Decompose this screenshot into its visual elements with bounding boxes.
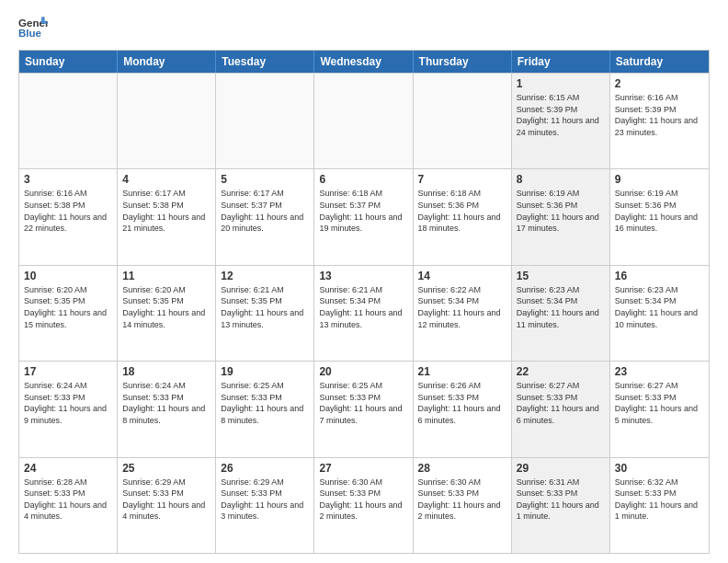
calendar-week: 3Sunrise: 6:16 AM Sunset: 5:38 PM Daylig… bbox=[19, 168, 709, 264]
day-number: 25 bbox=[122, 462, 210, 475]
calendar-cell: 3Sunrise: 6:16 AM Sunset: 5:38 PM Daylig… bbox=[19, 169, 118, 264]
day-number: 23 bbox=[615, 365, 704, 378]
day-info: Sunrise: 6:27 AM Sunset: 5:33 PM Dayligh… bbox=[615, 380, 704, 426]
calendar-cell bbox=[19, 74, 118, 168]
page: General Blue SundayMondayTuesdayWednesda… bbox=[0, 0, 728, 563]
calendar-cell: 10Sunrise: 6:20 AM Sunset: 5:35 PM Dayli… bbox=[19, 266, 118, 361]
calendar-cell: 8Sunrise: 6:19 AM Sunset: 5:36 PM Daylig… bbox=[512, 169, 610, 264]
day-number: 21 bbox=[418, 365, 506, 378]
day-info: Sunrise: 6:32 AM Sunset: 5:33 PM Dayligh… bbox=[615, 477, 704, 523]
day-info: Sunrise: 6:25 AM Sunset: 5:33 PM Dayligh… bbox=[221, 380, 309, 426]
day-info: Sunrise: 6:15 AM Sunset: 5:39 PM Dayligh… bbox=[517, 92, 605, 138]
calendar-header: SundayMondayTuesdayWednesdayThursdayFrid… bbox=[19, 51, 709, 73]
day-info: Sunrise: 6:27 AM Sunset: 5:33 PM Dayligh… bbox=[517, 380, 605, 426]
calendar-cell: 15Sunrise: 6:23 AM Sunset: 5:34 PM Dayli… bbox=[512, 266, 610, 361]
calendar-cell: 20Sunrise: 6:25 AM Sunset: 5:33 PM Dayli… bbox=[314, 362, 413, 456]
calendar-cell bbox=[314, 74, 413, 168]
day-info: Sunrise: 6:29 AM Sunset: 5:33 PM Dayligh… bbox=[221, 477, 309, 523]
day-number: 2 bbox=[615, 77, 704, 90]
day-number: 5 bbox=[221, 173, 309, 186]
day-number: 1 bbox=[517, 77, 605, 90]
day-number: 27 bbox=[319, 462, 407, 475]
day-number: 11 bbox=[122, 270, 210, 282]
calendar-cell: 12Sunrise: 6:21 AM Sunset: 5:35 PM Dayli… bbox=[216, 266, 314, 361]
day-number: 15 bbox=[517, 270, 605, 282]
day-number: 9 bbox=[615, 173, 704, 186]
day-info: Sunrise: 6:21 AM Sunset: 5:35 PM Dayligh… bbox=[221, 284, 309, 330]
day-number: 14 bbox=[418, 270, 506, 282]
day-number: 6 bbox=[319, 173, 407, 186]
weekday-header: Monday bbox=[118, 51, 216, 73]
calendar-cell: 1Sunrise: 6:15 AM Sunset: 5:39 PM Daylig… bbox=[512, 74, 610, 168]
calendar-cell: 29Sunrise: 6:31 AM Sunset: 5:33 PM Dayli… bbox=[512, 458, 610, 553]
day-info: Sunrise: 6:26 AM Sunset: 5:33 PM Dayligh… bbox=[418, 380, 506, 426]
day-number: 18 bbox=[122, 365, 210, 378]
calendar: SundayMondayTuesdayWednesdayThursdayFrid… bbox=[18, 50, 710, 554]
day-info: Sunrise: 6:17 AM Sunset: 5:37 PM Dayligh… bbox=[221, 188, 309, 234]
day-number: 17 bbox=[24, 365, 112, 378]
day-info: Sunrise: 6:18 AM Sunset: 5:37 PM Dayligh… bbox=[319, 188, 407, 234]
calendar-week: 24Sunrise: 6:28 AM Sunset: 5:33 PM Dayli… bbox=[19, 457, 709, 553]
day-number: 26 bbox=[221, 462, 309, 475]
calendar-cell: 13Sunrise: 6:21 AM Sunset: 5:34 PM Dayli… bbox=[314, 266, 413, 361]
calendar-cell: 4Sunrise: 6:17 AM Sunset: 5:38 PM Daylig… bbox=[118, 169, 216, 264]
day-info: Sunrise: 6:24 AM Sunset: 5:33 PM Dayligh… bbox=[122, 380, 210, 426]
day-number: 22 bbox=[517, 365, 605, 378]
day-info: Sunrise: 6:24 AM Sunset: 5:33 PM Dayligh… bbox=[24, 380, 112, 426]
calendar-cell: 21Sunrise: 6:26 AM Sunset: 5:33 PM Dayli… bbox=[414, 362, 512, 456]
weekday-header: Saturday bbox=[610, 51, 709, 73]
day-number: 29 bbox=[517, 462, 605, 475]
calendar-cell bbox=[216, 74, 314, 168]
day-info: Sunrise: 6:18 AM Sunset: 5:36 PM Dayligh… bbox=[418, 188, 506, 234]
calendar-cell: 14Sunrise: 6:22 AM Sunset: 5:34 PM Dayli… bbox=[414, 266, 512, 361]
calendar-cell: 5Sunrise: 6:17 AM Sunset: 5:37 PM Daylig… bbox=[216, 169, 314, 264]
svg-text:Blue: Blue bbox=[18, 28, 42, 39]
day-number: 8 bbox=[517, 173, 605, 186]
day-info: Sunrise: 6:30 AM Sunset: 5:33 PM Dayligh… bbox=[418, 477, 506, 523]
day-info: Sunrise: 6:23 AM Sunset: 5:34 PM Dayligh… bbox=[517, 284, 605, 330]
day-info: Sunrise: 6:19 AM Sunset: 5:36 PM Dayligh… bbox=[517, 188, 605, 234]
weekday-header: Friday bbox=[512, 51, 610, 73]
day-number: 4 bbox=[122, 173, 210, 186]
day-number: 30 bbox=[615, 462, 704, 475]
day-info: Sunrise: 6:17 AM Sunset: 5:38 PM Dayligh… bbox=[122, 188, 210, 234]
day-number: 20 bbox=[319, 365, 407, 378]
calendar-cell: 27Sunrise: 6:30 AM Sunset: 5:33 PM Dayli… bbox=[314, 458, 413, 553]
calendar-cell: 7Sunrise: 6:18 AM Sunset: 5:36 PM Daylig… bbox=[414, 169, 512, 264]
calendar-cell: 19Sunrise: 6:25 AM Sunset: 5:33 PM Dayli… bbox=[216, 362, 314, 456]
day-info: Sunrise: 6:16 AM Sunset: 5:38 PM Dayligh… bbox=[24, 188, 112, 234]
calendar-body: 1Sunrise: 6:15 AM Sunset: 5:39 PM Daylig… bbox=[19, 73, 709, 553]
weekday-header: Tuesday bbox=[216, 51, 314, 73]
day-info: Sunrise: 6:16 AM Sunset: 5:39 PM Dayligh… bbox=[615, 92, 704, 138]
calendar-cell bbox=[414, 74, 512, 168]
day-info: Sunrise: 6:25 AM Sunset: 5:33 PM Dayligh… bbox=[319, 380, 407, 426]
day-number: 24 bbox=[24, 462, 112, 475]
day-number: 16 bbox=[615, 270, 704, 282]
day-number: 13 bbox=[319, 270, 407, 282]
calendar-cell: 17Sunrise: 6:24 AM Sunset: 5:33 PM Dayli… bbox=[19, 362, 118, 456]
day-number: 12 bbox=[221, 270, 309, 282]
calendar-cell: 18Sunrise: 6:24 AM Sunset: 5:33 PM Dayli… bbox=[118, 362, 216, 456]
day-number: 10 bbox=[24, 270, 112, 282]
calendar-week: 17Sunrise: 6:24 AM Sunset: 5:33 PM Dayli… bbox=[19, 361, 709, 456]
day-number: 7 bbox=[418, 173, 506, 186]
day-info: Sunrise: 6:23 AM Sunset: 5:34 PM Dayligh… bbox=[615, 284, 704, 330]
calendar-cell bbox=[118, 74, 216, 168]
day-number: 3 bbox=[24, 173, 112, 186]
day-info: Sunrise: 6:20 AM Sunset: 5:35 PM Dayligh… bbox=[122, 284, 210, 330]
day-info: Sunrise: 6:30 AM Sunset: 5:33 PM Dayligh… bbox=[319, 477, 407, 523]
calendar-week: 1Sunrise: 6:15 AM Sunset: 5:39 PM Daylig… bbox=[19, 73, 709, 168]
day-info: Sunrise: 6:20 AM Sunset: 5:35 PM Dayligh… bbox=[24, 284, 112, 330]
day-number: 19 bbox=[221, 365, 309, 378]
calendar-cell: 28Sunrise: 6:30 AM Sunset: 5:33 PM Dayli… bbox=[414, 458, 512, 553]
calendar-cell: 24Sunrise: 6:28 AM Sunset: 5:33 PM Dayli… bbox=[19, 458, 118, 553]
day-info: Sunrise: 6:22 AM Sunset: 5:34 PM Dayligh… bbox=[418, 284, 506, 330]
calendar-cell: 23Sunrise: 6:27 AM Sunset: 5:33 PM Dayli… bbox=[610, 362, 709, 456]
calendar-cell: 30Sunrise: 6:32 AM Sunset: 5:33 PM Dayli… bbox=[610, 458, 709, 553]
weekday-header: Wednesday bbox=[314, 51, 413, 73]
logo: General Blue bbox=[18, 15, 48, 40]
day-info: Sunrise: 6:19 AM Sunset: 5:36 PM Dayligh… bbox=[615, 188, 704, 234]
calendar-cell: 2Sunrise: 6:16 AM Sunset: 5:39 PM Daylig… bbox=[610, 74, 709, 168]
day-info: Sunrise: 6:31 AM Sunset: 5:33 PM Dayligh… bbox=[517, 477, 605, 523]
day-info: Sunrise: 6:29 AM Sunset: 5:33 PM Dayligh… bbox=[122, 477, 210, 523]
